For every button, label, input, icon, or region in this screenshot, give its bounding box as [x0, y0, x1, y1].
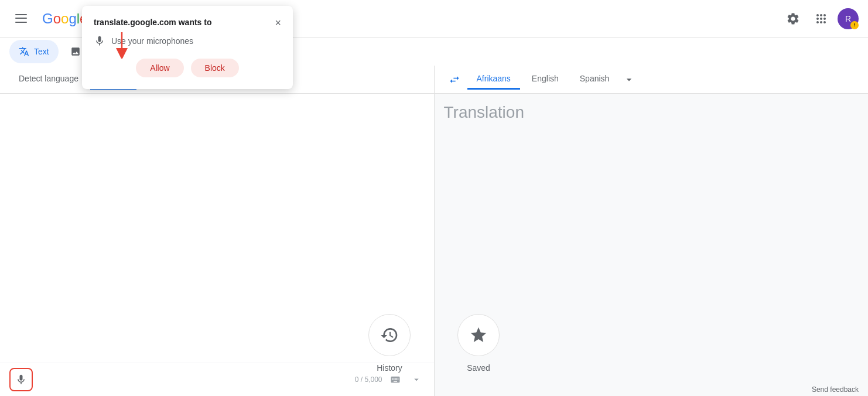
history-label: History — [377, 363, 402, 373]
keyboard-icon — [390, 374, 401, 385]
swap-languages-button[interactable] — [444, 69, 465, 90]
char-count: 0 / 5,000 — [355, 371, 425, 388]
popup-mic-text: Use your microphones — [111, 36, 193, 46]
history-item[interactable]: History — [368, 314, 411, 373]
chevron-down-icon — [411, 374, 422, 385]
swap-icon — [449, 74, 460, 86]
popup-header: translate.google.com wants to × — [94, 18, 281, 28]
block-button[interactable]: Block — [191, 59, 239, 77]
popup-microphone-icon — [94, 35, 105, 47]
avatar-badge: ! — [850, 21, 859, 29]
avatar-initials: R — [845, 14, 851, 23]
keyboard-button[interactable] — [387, 371, 404, 388]
detect-language-button[interactable]: Detect language — [9, 69, 88, 90]
history-circle — [368, 314, 411, 356]
tab-text[interactable]: Text — [9, 40, 59, 63]
header-right: R ! — [781, 7, 859, 30]
saved-item[interactable]: Saved — [457, 314, 500, 373]
avatar[interactable]: R ! — [838, 8, 859, 29]
apps-button[interactable] — [809, 7, 833, 30]
header-left: Google — [9, 7, 87, 30]
microphone-icon — [15, 374, 27, 385]
translate-icon — [19, 46, 29, 57]
grid-icon — [814, 12, 828, 26]
allow-button[interactable]: Allow — [136, 59, 183, 77]
saved-circle — [457, 314, 500, 356]
gear-icon — [786, 12, 800, 26]
target-lang-english[interactable]: English — [522, 69, 568, 90]
translation-placeholder: Translation — [444, 103, 859, 122]
send-feedback-link[interactable]: Send feedback — [435, 383, 869, 396]
more-options-button[interactable] — [408, 371, 425, 388]
star-icon — [469, 326, 488, 344]
permission-popup: translate.google.com wants to × Use your… — [82, 6, 293, 89]
popup-close-button[interactable]: × — [275, 18, 281, 28]
more-languages-button[interactable] — [621, 71, 637, 88]
settings-button[interactable] — [781, 7, 805, 30]
popup-title-bold: translate.google.com — [94, 18, 176, 27]
target-lang-spanish[interactable]: Spanish — [570, 69, 619, 90]
tab-text-label: Text — [34, 47, 49, 56]
popup-mic-row: Use your microphones — [94, 35, 281, 47]
bottom-section: History Saved — [0, 314, 868, 373]
target-lang-bar: Afrikaans English Spanish — [435, 66, 869, 94]
google-logo: Google — [42, 11, 87, 27]
popup-title-rest: wants to — [176, 18, 212, 27]
hamburger-menu-button[interactable] — [9, 7, 33, 30]
image-icon — [70, 46, 81, 57]
popup-title: translate.google.com wants to — [94, 18, 211, 27]
history-icon — [380, 326, 399, 344]
popup-actions: Allow Block — [94, 59, 281, 77]
saved-label: Saved — [467, 363, 490, 373]
expand-more-icon — [623, 74, 635, 86]
target-lang-afrikaans[interactable]: Afrikaans — [467, 69, 520, 90]
hamburger-icon — [14, 12, 28, 26]
